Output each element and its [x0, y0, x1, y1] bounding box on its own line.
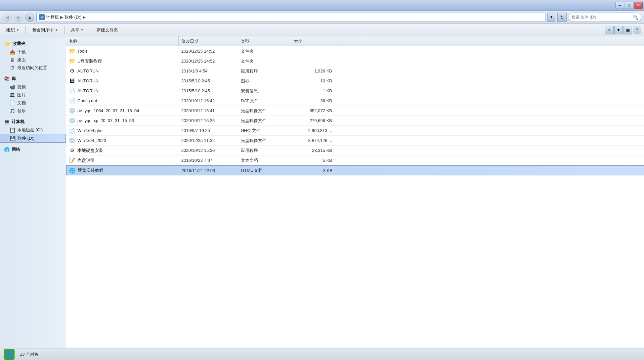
- search-icon[interactable]: 🔍: [633, 15, 638, 20]
- main-layout: ⭐ 收藏夹 📥 下载 🖥 桌面 ⏱ 最近访问的位置 📚 库 📹: [0, 36, 644, 348]
- close-button[interactable]: ✕: [634, 2, 643, 9]
- file-modified: 2016/11/21 22:03: [179, 168, 238, 173]
- file-name-cell: ⚙ AUTORUN: [66, 68, 179, 74]
- table-row[interactable]: 📄 Win7x64.gho 2019/9/7 19:25 GHO 文件 2,90…: [66, 126, 644, 136]
- view-toggle-button[interactable]: ≡: [605, 26, 614, 34]
- file-modified: 2019/9/7 19:25: [179, 128, 238, 133]
- file-icon: 📁: [69, 58, 75, 65]
- table-row[interactable]: 📝 光盘说明 2016/10/23 7:07 文本文档 5 KB: [66, 156, 644, 165]
- download-icon: 📥: [9, 49, 15, 55]
- sidebar-item-recent[interactable]: ⏱ 最近访问的位置: [0, 64, 66, 72]
- sidebar-item-desktop[interactable]: 🖥 桌面: [0, 56, 66, 64]
- table-row[interactable]: 💿 Win7x64_2020 2020/12/25 11:32 光盘映像文件 3…: [66, 136, 644, 146]
- sidebar-item-drive-c[interactable]: 💾 本地磁盘 (C:): [0, 126, 66, 134]
- file-name-cell: 🌐 硬盘安装教程: [66, 167, 179, 174]
- file-icon: ⚙: [69, 68, 75, 74]
- file-modified: 2020/10/12 15:42: [179, 98, 238, 103]
- forward-button[interactable]: ▶: [14, 13, 23, 22]
- table-row[interactable]: ⚙ AUTORUN 2016/1/8 4:54 应用程序 1,926 KB: [66, 66, 644, 76]
- file-icon: 💿: [69, 108, 75, 114]
- library-button[interactable]: 包含到库中 ▼: [28, 25, 62, 35]
- sidebar-item-drive-d[interactable]: 💾 软件 (D:): [0, 134, 66, 143]
- sidebar-favorites-header[interactable]: ⭐ 收藏夹: [0, 39, 66, 48]
- layout-button[interactable]: ▦: [623, 26, 632, 34]
- search-input[interactable]: [572, 15, 631, 20]
- file-size: 28,315 KB: [291, 148, 337, 153]
- file-name: Win7x64_2020: [77, 138, 106, 143]
- file-modified: 2020/10/12 15:30: [179, 148, 238, 153]
- file-name-cell: 💿 Win7x64_2020: [66, 137, 179, 144]
- breadcrumb-drive[interactable]: 软件 (D:): [64, 14, 81, 20]
- col-size-header[interactable]: 大小: [291, 36, 337, 46]
- share-button[interactable]: 共享 ▼: [67, 25, 87, 35]
- search-bar[interactable]: 🔍: [569, 13, 641, 22]
- network-section-icon: 🌐: [4, 147, 10, 152]
- new-folder-label: 新建文件夹: [97, 27, 118, 33]
- sidebar-item-doc[interactable]: 📄 文档: [0, 99, 66, 107]
- file-name-cell: 🖼 AUTORUN: [66, 78, 179, 84]
- file-type: GHO 文件: [238, 128, 291, 134]
- file-icon: 📝: [69, 157, 75, 164]
- minimize-button[interactable]: ─: [616, 2, 624, 9]
- sidebar-item-music[interactable]: 🎵 音乐: [0, 107, 66, 115]
- table-row[interactable]: 💿 pe_yqs_1064_20_07_31_16_04 2020/10/12 …: [66, 106, 644, 116]
- music-icon: 🎵: [9, 108, 15, 114]
- file-type: DAT 文件: [238, 98, 291, 104]
- sidebar-network-header[interactable]: 🌐 网络: [0, 145, 66, 154]
- refresh-button[interactable]: ↻: [557, 13, 567, 22]
- file-type: 图标: [238, 78, 291, 84]
- file-icon: 📄: [69, 98, 75, 104]
- sidebar-library-section: 📚 库 📹 视频 🖼 图片 📄 文档 🎵 音乐: [0, 74, 66, 115]
- computer-section-icon: 💻: [4, 119, 10, 124]
- file-name-cell: 💿 pe_yqs_1064_20_07_31_16_04: [66, 108, 179, 114]
- file-name: 硬盘安装教程: [78, 167, 104, 173]
- up-button[interactable]: ▲: [25, 13, 34, 22]
- table-row[interactable]: ⚙ 本地硬盘安装 2020/10/12 15:30 应用程序 28,315 KB: [66, 146, 644, 156]
- toolbar: 组织 ▼ 包含到库中 ▼ 共享 ▼ 新建文件夹 ≡ ▼ ▦ ?: [0, 24, 644, 36]
- file-modified: 2016/10/23 7:07: [179, 158, 238, 163]
- back-button[interactable]: ◀: [3, 13, 12, 22]
- library-section-label: 库: [12, 76, 16, 82]
- view-arrow-button[interactable]: ▼: [614, 26, 623, 34]
- file-list: 📁 Tools 2020/12/25 14:52 文件夹 📁 U盘安装教程 20…: [66, 46, 644, 348]
- file-type: 应用程序: [238, 148, 291, 154]
- organize-button[interactable]: 组织 ▼: [3, 25, 23, 35]
- col-name-header[interactable]: 名称: [66, 36, 179, 46]
- library-arrow: ▼: [55, 28, 58, 32]
- file-size: 2,900,813 ...: [291, 128, 337, 133]
- share-arrow: ▼: [81, 28, 84, 32]
- table-row[interactable]: 🖼 AUTORUN 2015/5/10 2:45 图标 10 KB: [66, 76, 644, 86]
- file-modified: 2020/10/12 15:41: [179, 108, 238, 113]
- breadcrumb-bar[interactable]: 🖥 计算机 ▶ 软件 (D:) ▶: [36, 13, 545, 22]
- file-modified: 2020/12/25 14:52: [179, 59, 238, 64]
- organize-label: 组织: [6, 27, 15, 33]
- table-row[interactable]: 📁 U盘安装教程 2020/12/25 14:52 文件夹: [66, 56, 644, 66]
- table-row[interactable]: 📄 AUTORUN 2015/5/10 2:45 安装信息 1 KB: [66, 86, 644, 96]
- video-icon: 📹: [9, 84, 15, 90]
- file-icon: ⚙: [69, 147, 75, 154]
- col-type-header[interactable]: 类型: [238, 36, 291, 46]
- table-row[interactable]: 💿 pe_yqs_xp_20_07_31_15_53 2020/10/12 15…: [66, 116, 644, 126]
- table-row[interactable]: 📄 Config.dat 2020/10/12 15:42 DAT 文件 36 …: [66, 96, 644, 106]
- col-modified-header[interactable]: 修改日期: [179, 36, 238, 46]
- titlebar: ─ □ ✕: [0, 0, 644, 11]
- sidebar-item-image[interactable]: 🖼 图片: [0, 91, 66, 99]
- breadcrumb-sep2: ▶: [83, 15, 86, 20]
- sidebar-item-video[interactable]: 📹 视频: [0, 83, 66, 91]
- new-folder-button[interactable]: 新建文件夹: [93, 25, 122, 35]
- sidebar-library-header[interactable]: 📚 库: [0, 74, 66, 83]
- recent-label: 最近访问的位置: [17, 65, 47, 71]
- sidebar-favorites-section: ⭐ 收藏夹 📥 下载 🖥 桌面 ⏱ 最近访问的位置: [0, 39, 66, 72]
- address-dropdown[interactable]: ▼: [547, 13, 555, 22]
- sidebar-item-download[interactable]: 📥 下载: [0, 48, 66, 56]
- maximize-button[interactable]: □: [625, 2, 633, 9]
- help-button[interactable]: ?: [633, 26, 641, 34]
- breadcrumb-computer[interactable]: 计算机: [46, 14, 59, 20]
- file-name-cell: 📄 AUTORUN: [66, 88, 179, 94]
- table-row[interactable]: 🌐 硬盘安装教程 2016/11/21 22:03 HTML 文档 3 KB: [66, 165, 644, 175]
- statusbar: 🌀 13 个对象: [0, 348, 644, 360]
- table-row[interactable]: 📁 Tools 2020/12/25 14:52 文件夹: [66, 46, 644, 56]
- sidebar-computer-section: 💻 计算机 💾 本地磁盘 (C:) 💾 软件 (D:): [0, 117, 66, 143]
- sidebar-computer-header[interactable]: 💻 计算机: [0, 117, 66, 126]
- file-size: 1,926 KB: [291, 68, 337, 73]
